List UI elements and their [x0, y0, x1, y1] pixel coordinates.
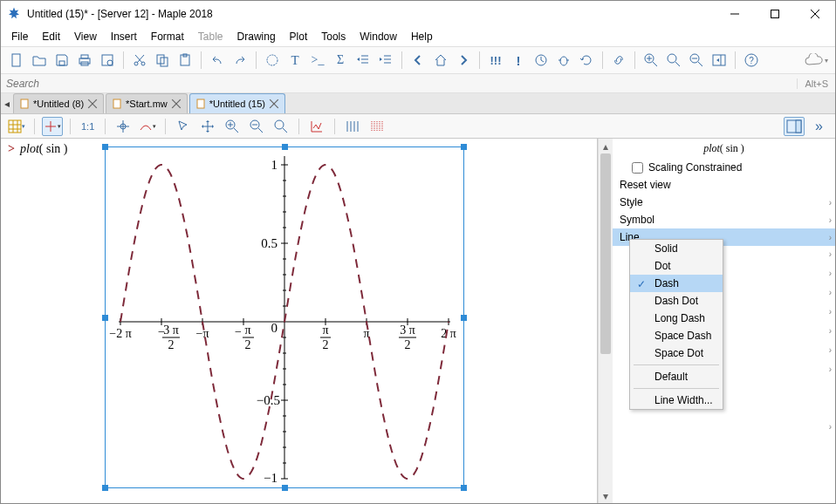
cloud-icon[interactable]: ▾ [802, 50, 830, 71]
scroll-up-icon[interactable]: ▴ [599, 139, 613, 153]
svg-line-37 [698, 62, 702, 66]
search-input[interactable] [1, 78, 797, 90]
exec-all-icon[interactable]: !!! [485, 50, 506, 71]
collapse-panel-icon[interactable]: » [808, 119, 830, 134]
resize-handle[interactable] [102, 144, 108, 150]
style-row[interactable]: Style› [613, 194, 835, 211]
resize-handle[interactable] [102, 485, 108, 491]
close-icon[interactable] [87, 99, 98, 109]
paste-icon[interactable] [175, 50, 195, 71]
line-dash[interactable]: ✓ Dash [630, 275, 723, 292]
clock-icon[interactable] [531, 50, 552, 71]
resize-handle[interactable] [461, 315, 467, 321]
line-dot[interactable]: Dot [630, 257, 723, 275]
insert-text-icon[interactable]: T [284, 50, 305, 71]
tab-untitled-8[interactable]: *Untitled (8) [13, 93, 104, 113]
line-spacedash[interactable]: Space Dash [630, 327, 723, 344]
tab-untitled-15[interactable]: *Untitled (15) [189, 93, 285, 113]
resize-handle[interactable] [102, 315, 108, 321]
menu-edit[interactable]: Edit [35, 29, 67, 44]
reset-view-row[interactable]: Reset view [613, 176, 835, 194]
insert-prompt-icon[interactable]: >_ [307, 50, 328, 71]
help-icon[interactable]: ? [741, 50, 762, 71]
close-icon[interactable] [171, 99, 182, 109]
line-solid[interactable]: Solid [630, 240, 723, 257]
chevron-right-icon: › [829, 233, 832, 242]
context-panel-icon[interactable] [784, 117, 805, 136]
zoom-plot-out-icon[interactable] [246, 117, 267, 136]
menu-drawing[interactable]: Drawing [230, 29, 283, 44]
plot-selection[interactable]: 1 0.5 0 −0.5 −1 −2 π −π π 2 π − 3 π2 − π… [106, 147, 463, 487]
line-longdash[interactable]: Long Dash [630, 310, 723, 327]
zoom-in-icon[interactable] [641, 50, 661, 71]
zoom-out-icon[interactable] [686, 50, 707, 71]
menu-view[interactable]: View [67, 29, 104, 44]
sigma-icon[interactable]: Σ [330, 50, 351, 71]
zoom-plot-in-icon[interactable] [222, 117, 243, 136]
scroll-thumb[interactable] [600, 153, 611, 354]
symbol-row[interactable]: Symbol› [613, 211, 835, 228]
gridlines-minor-icon[interactable] [367, 117, 387, 136]
gridlines-major-icon[interactable] [342, 117, 363, 136]
outdent-icon[interactable] [353, 50, 373, 71]
scroll-track[interactable] [599, 153, 613, 488]
nav-back-icon[interactable] [408, 50, 428, 71]
scroll-down-icon[interactable]: ▾ [599, 488, 613, 503]
line-dashdot[interactable]: Dash Dot [630, 292, 723, 310]
maximize-button[interactable] [755, 1, 795, 27]
menu-help[interactable]: Help [404, 29, 440, 44]
open-icon[interactable] [29, 50, 50, 71]
tab-label: *Untitled (8) [33, 99, 84, 109]
print-icon[interactable] [74, 50, 95, 71]
cut-icon[interactable] [129, 50, 150, 71]
exec-icon[interactable]: ! [508, 50, 529, 71]
curve-style-icon[interactable]: ▾ [137, 117, 158, 136]
resize-handle[interactable] [461, 144, 467, 150]
debug-icon[interactable] [553, 50, 574, 71]
nav-home-icon[interactable] [430, 50, 451, 71]
copy-icon[interactable] [152, 50, 173, 71]
scaling-checkbox[interactable] [632, 162, 643, 174]
nav-forward-icon[interactable] [453, 50, 474, 71]
print-preview-icon[interactable] [97, 50, 118, 71]
axes-style-icon[interactable]: ▾ [42, 117, 63, 136]
manipulator-icon[interactable] [113, 117, 134, 136]
document-area[interactable]: > plot( sin ) [1, 139, 598, 503]
menu-plot[interactable]: Plot [283, 29, 315, 44]
menu-file[interactable]: File [4, 29, 35, 44]
restart-icon[interactable] [576, 50, 597, 71]
menu-format[interactable]: Format [144, 29, 191, 44]
line-spacedot[interactable]: Space Dot [630, 344, 723, 362]
aspect-ratio[interactable]: 1:1 [78, 121, 98, 132]
zoom-reset-icon[interactable] [663, 50, 684, 71]
resize-handle[interactable] [461, 485, 467, 491]
tab-nav-left-icon[interactable]: ◂ [1, 93, 13, 113]
zoom-plot-fit-icon[interactable] [271, 117, 291, 136]
main-area: > plot( sin ) [1, 139, 835, 503]
link-icon[interactable] [608, 50, 629, 71]
menu-insert[interactable]: Insert [104, 29, 144, 44]
indent-icon[interactable] [375, 50, 396, 71]
toggle-panel-icon[interactable] [709, 50, 730, 71]
pointer-icon[interactable] [173, 117, 194, 136]
new-doc-icon[interactable] [6, 50, 27, 71]
vertical-scrollbar[interactable]: ▴ ▾ [598, 139, 613, 503]
menu-window[interactable]: Window [353, 29, 404, 44]
svg-line-31 [653, 62, 657, 66]
undo-icon[interactable] [207, 50, 228, 71]
minimize-button[interactable] [715, 1, 755, 27]
close-button[interactable] [795, 1, 835, 27]
axes-bounds-icon[interactable] [306, 117, 327, 136]
menu-tools[interactable]: Tools [314, 29, 353, 44]
close-icon[interactable] [269, 99, 279, 109]
insert-section-icon[interactable] [262, 50, 283, 71]
save-icon[interactable] [51, 50, 72, 71]
resize-handle[interactable] [282, 144, 288, 150]
line-default[interactable]: Default [630, 368, 723, 385]
line-width[interactable]: Line Width... [630, 392, 723, 409]
resize-handle[interactable] [282, 485, 288, 491]
redo-icon[interactable] [230, 50, 250, 71]
move-icon[interactable] [197, 117, 218, 136]
grid-icon[interactable]: ▾ [6, 117, 27, 136]
tab-start[interactable]: *Start.mw [106, 93, 188, 113]
